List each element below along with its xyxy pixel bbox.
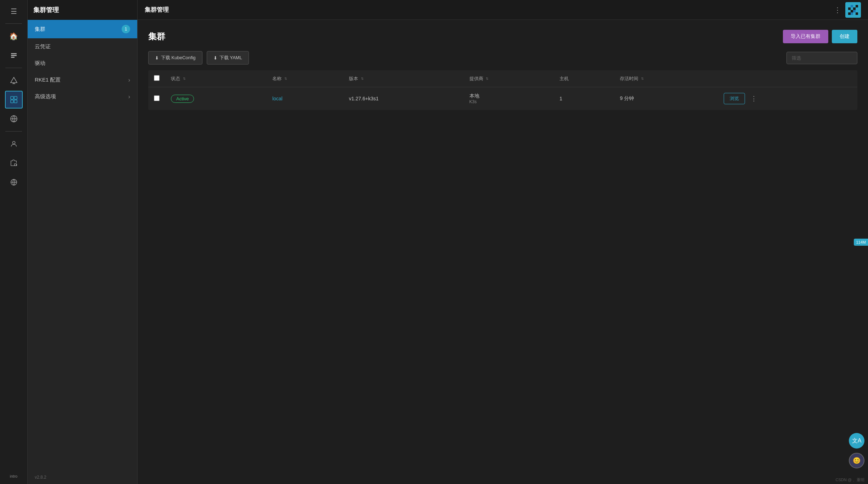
svg-rect-21 xyxy=(853,7,856,10)
col-name[interactable]: 名称 ⇅ xyxy=(267,70,343,87)
topbar-title: 集群管理 xyxy=(145,6,834,14)
cluster-table: 状态 ⇅ 名称 ⇅ 版本 ⇅ 提供商 ⇅ xyxy=(148,70,857,110)
status-badge: Active xyxy=(171,95,194,103)
sidebar-item-label: RKE1 配置 xyxy=(35,77,61,83)
download-yaml-label: 下载 YAML xyxy=(219,55,242,61)
table-row: Active local v1.27.6+k3s1 本地 K3s xyxy=(148,87,857,110)
cluster-name-link[interactable]: local xyxy=(272,96,283,101)
row-status-cell: Active xyxy=(165,87,267,110)
topbar-actions: ⋮ xyxy=(834,2,861,18)
svg-rect-6 xyxy=(11,96,13,99)
page-title: 集群 xyxy=(148,31,783,42)
svg-marker-3 xyxy=(11,77,17,83)
home-icon[interactable]: 🏠 xyxy=(5,27,23,45)
col-actions-header xyxy=(718,70,857,87)
cluster-badge: 1 xyxy=(122,25,130,33)
avatar[interactable] xyxy=(845,2,861,18)
main-content: 集群管理 ⋮ xyxy=(138,0,868,484)
select-all-checkbox[interactable] xyxy=(154,75,160,81)
col-status-label: 状态 xyxy=(171,76,180,81)
row-uptime-cell: 9 分钟 xyxy=(614,87,718,110)
translate-button[interactable]: 文A xyxy=(849,433,864,449)
sort-version-icon: ⇅ xyxy=(361,77,364,80)
sidebar-item-rke1[interactable]: RKE1 配置 › xyxy=(28,72,137,88)
watermark: CSDN @ 、重明 xyxy=(836,477,864,483)
svg-rect-0 xyxy=(11,53,17,54)
svg-rect-2 xyxy=(11,57,15,58)
helm-icon[interactable] xyxy=(5,46,23,64)
sidebar-item-label: 高级选项 xyxy=(35,93,56,100)
hamburger-icon[interactable]: ☰ xyxy=(6,4,22,19)
download-kubeconfig-button[interactable]: ⬇ 下载 KubeConfig xyxy=(148,51,202,65)
create-button[interactable]: 创建 xyxy=(832,30,857,43)
svg-rect-27 xyxy=(848,12,851,15)
svg-rect-1 xyxy=(11,55,17,56)
sidebar-item-label: 云凭证 xyxy=(35,43,51,50)
row-checkbox-cell xyxy=(148,87,165,110)
row-hosts-cell: 1 xyxy=(554,87,614,110)
col-uptime[interactable]: 存活时间 ⇅ xyxy=(614,70,718,87)
col-provider[interactable]: 提供商 ⇅ xyxy=(464,70,554,87)
download-kubeconfig-label: 下载 KubeConfig xyxy=(161,55,196,61)
rke1-arrow-icon: › xyxy=(128,77,130,83)
marketplace-icon[interactable] xyxy=(5,173,23,191)
provider-sub: K3s xyxy=(469,99,548,104)
sidebar-item-advanced[interactable]: 高级选项 › xyxy=(28,88,137,105)
col-name-label: 名称 xyxy=(272,76,282,81)
sidebar-version: v2.8.2 xyxy=(28,471,137,484)
row-action-cell: 浏览 ⋮ xyxy=(718,87,857,110)
sort-status-icon: ⇅ xyxy=(183,77,186,80)
intro-label[interactable]: intro xyxy=(10,474,17,478)
chat-button[interactable]: 😊 xyxy=(849,453,864,468)
network-icon[interactable] xyxy=(5,110,23,128)
svg-rect-17 xyxy=(853,5,856,7)
sidebar-title: 集群管理 xyxy=(33,6,59,14)
toolbar: ⬇ 下载 KubeConfig ⬇ 下载 YAML xyxy=(148,51,857,65)
memory-badge[interactable]: 114M xyxy=(854,239,868,246)
extension-icon[interactable] xyxy=(5,154,23,172)
chat-icon: 😊 xyxy=(853,457,861,464)
filter-input[interactable] xyxy=(786,52,857,64)
svg-point-12 xyxy=(12,141,15,144)
divider-bottom xyxy=(5,131,22,132)
svg-rect-8 xyxy=(11,100,13,103)
row-more-icon[interactable]: ⋮ xyxy=(748,93,760,104)
sidebar-item-drivers[interactable]: 驱动 xyxy=(28,55,137,72)
row-checkbox[interactable] xyxy=(154,95,160,101)
cluster-icon[interactable] xyxy=(5,91,23,109)
svg-rect-24 xyxy=(851,10,853,12)
user-icon[interactable] xyxy=(5,135,23,153)
row-name-cell: local xyxy=(267,87,343,110)
sidebar: 集群管理 集群 1 云凭证 驱动 RKE1 配置 › 高级选项 › v2.8.2 xyxy=(28,0,138,484)
row-version-cell: v1.27.6+k3s1 xyxy=(343,87,464,110)
import-button[interactable]: 导入已有集群 xyxy=(783,30,828,43)
col-hosts-label: 主机 xyxy=(560,76,569,81)
download-icon: ⬇ xyxy=(155,55,159,61)
download-yaml-icon: ⬇ xyxy=(213,55,217,61)
download-yaml-button[interactable]: ⬇ 下载 YAML xyxy=(207,51,249,65)
svg-rect-7 xyxy=(14,96,17,99)
fleet-icon[interactable] xyxy=(5,72,23,89)
browse-button[interactable]: 浏览 xyxy=(724,93,745,104)
sort-name-icon: ⇅ xyxy=(284,77,287,80)
topbar-more-icon[interactable]: ⋮ xyxy=(834,6,841,14)
col-version[interactable]: 版本 ⇅ xyxy=(343,70,464,87)
topbar: 集群管理 ⋮ xyxy=(138,0,868,20)
col-version-label: 版本 xyxy=(349,76,358,81)
icon-bar: ☰ 🏠 intro xyxy=(0,0,28,484)
cluster-uptime: 9 分钟 xyxy=(620,95,634,101)
select-all-header xyxy=(148,70,165,87)
svg-rect-22 xyxy=(856,7,858,10)
col-status[interactable]: 状态 ⇅ xyxy=(165,70,267,87)
cluster-version: v1.27.6+k3s1 xyxy=(349,96,379,101)
row-provider-cell: 本地 K3s xyxy=(464,87,554,110)
sidebar-item-credentials[interactable]: 云凭证 xyxy=(28,38,137,55)
svg-rect-18 xyxy=(856,5,858,7)
divider-top xyxy=(5,23,22,24)
provider-name: 本地 xyxy=(469,93,548,99)
advanced-arrow-icon: › xyxy=(128,94,130,100)
sidebar-item-label: 驱动 xyxy=(35,60,45,67)
content-header: 集群 导入已有集群 创建 xyxy=(148,30,857,43)
sidebar-item-cluster[interactable]: 集群 1 xyxy=(28,20,137,38)
divider-mid xyxy=(5,68,22,68)
